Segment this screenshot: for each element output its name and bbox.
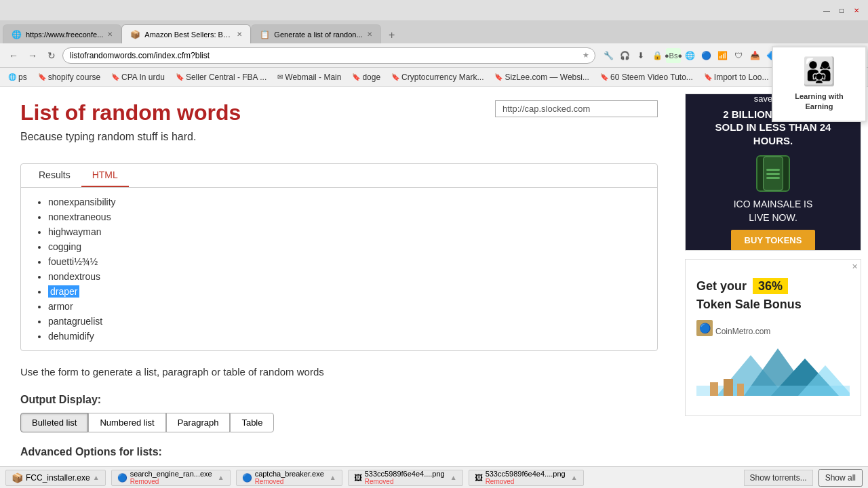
- tab-html[interactable]: HTML: [81, 164, 129, 187]
- ad-brand: CoinMetro.com: [715, 327, 770, 336]
- nav-icon-1[interactable]: 🎧: [617, 48, 632, 63]
- ad-phone-graphic: [756, 155, 790, 192]
- bookmark-import-label: Import to Loo...: [714, 73, 769, 82]
- word-text: dehumidify: [48, 331, 94, 342]
- word-text: armor: [48, 301, 73, 312]
- word-text: cogging: [48, 241, 81, 252]
- show-torrents-button[interactable]: Show torrents...: [744, 470, 813, 486]
- tab-1[interactable]: 🌐 https://www.freeconfe... ✕: [3, 24, 121, 43]
- download-bar: 📦 FCC_installer.exe ▲ 🔵 search_engine_ra…: [0, 466, 868, 488]
- new-tab-button[interactable]: +: [381, 27, 403, 43]
- minimize-button[interactable]: —: [821, 4, 833, 16]
- tabs-header: Results HTML: [21, 164, 657, 188]
- bookmark-steem-label: 60 Steem Video Tuto...: [610, 73, 693, 82]
- download-png2: 🖼 533cc5989f6e4e4....png Removed ▲: [469, 470, 584, 486]
- bookmark-sizlee[interactable]: 🔖 SizLee.com — Websi...: [492, 71, 592, 83]
- bookmark-webmail-label: Webmail - Main: [285, 73, 341, 82]
- nav-icon-5[interactable]: 🌐: [682, 48, 697, 63]
- download-search-name: search_engine_ran...exe: [130, 470, 212, 478]
- tab-content-html: nonexpansibility nonextraneous highwayma…: [21, 188, 657, 350]
- bookmark-webmail[interactable]: ✉ Webmail - Main: [275, 71, 344, 83]
- tab-3[interactable]: 📋 Generate a list of randon... ✕: [251, 24, 380, 43]
- download-png1-icon: 🖼: [354, 473, 362, 483]
- nav-icon-6[interactable]: 🔵: [698, 48, 713, 63]
- back-button[interactable]: ←: [5, 47, 22, 64]
- tab-2-close[interactable]: ✕: [237, 30, 242, 38]
- bookmark-shopify[interactable]: 🔖 shopify course: [35, 71, 103, 83]
- word-text: nonexpansibility: [48, 197, 116, 207]
- bookmark-steem[interactable]: 🔖 60 Steem Video Tuto...: [597, 71, 696, 83]
- bookmark-doge-icon: 🔖: [352, 73, 360, 81]
- output-btn-numbered[interactable]: Numbered list: [88, 413, 165, 432]
- bookmark-cpa[interactable]: 🔖 CPA In urdu: [108, 71, 167, 83]
- download-png1-close[interactable]: ▲: [450, 474, 457, 481]
- bookmark-seller-label: Seller Central - FBA ...: [186, 73, 267, 82]
- nav-icon-3[interactable]: 🔒: [650, 48, 665, 63]
- bookmark-crypto-label: Cryptocurrency Mark...: [401, 73, 484, 82]
- word-text: nondextrous: [48, 271, 100, 282]
- learning-widget: 👨‍👩‍👧 Learning with Earning: [772, 46, 867, 122]
- forward-button[interactable]: →: [24, 47, 41, 64]
- bookmark-ps[interactable]: 🌐 ps: [5, 71, 30, 83]
- download-captcha-close[interactable]: ▲: [330, 474, 336, 481]
- download-png2-close[interactable]: ▲: [571, 474, 578, 481]
- main-content: List of random words Because typing rand…: [0, 87, 678, 466]
- sidebar: ✕ savedroid 2 BILLION+ TOKENS SOLD IN LE…: [678, 87, 868, 466]
- close-button[interactable]: ✕: [850, 4, 863, 16]
- nav-icon-7[interactable]: 📶: [715, 48, 730, 63]
- list-item: nonexpansibility: [48, 195, 644, 209]
- address-input[interactable]: [70, 51, 576, 60]
- download-captcha: 🔵 captcha_breaker.exe Removed ▲: [236, 470, 342, 486]
- nav-icon-9[interactable]: 📥: [747, 48, 762, 63]
- svg-rect-5: [710, 382, 718, 396]
- word-text: nonextraneous: [48, 211, 111, 222]
- tab-3-close[interactable]: ✕: [367, 30, 372, 38]
- nav-icon-2[interactable]: ⬇: [633, 48, 648, 63]
- ad-savedroid-cta[interactable]: BUY TOKENS: [731, 230, 816, 251]
- bookmark-webmail-icon: ✉: [277, 73, 283, 81]
- list-item: dehumidify: [48, 329, 644, 344]
- output-display-label: Output Display:: [20, 394, 658, 406]
- maximize-button[interactable]: □: [835, 4, 848, 16]
- nav-icon-4[interactable]: ●Bs●: [666, 48, 681, 63]
- bookmark-seller[interactable]: 🔖 Seller Central - FBA ...: [173, 71, 269, 83]
- word-text: pantagruelist: [48, 316, 102, 327]
- page-subtitle: Because typing random stuff is hard.: [20, 131, 241, 143]
- download-fcc-name: FCC_installer.exe: [26, 473, 90, 483]
- bookmark-import[interactable]: 🔖 Import to Loo...: [701, 71, 772, 83]
- bookmark-sizlee-icon: 🔖: [494, 73, 502, 81]
- nav-icon-8[interactable]: 🛡: [731, 48, 746, 63]
- tab-bar: 🌐 https://www.freeconfe... ✕ 📦 Amazon Be…: [0, 20, 868, 43]
- tab-results[interactable]: Results: [28, 164, 81, 187]
- address-bar[interactable]: ★: [62, 47, 595, 64]
- download-png2-status: Removed: [486, 478, 566, 485]
- word-text: draper: [48, 285, 79, 298]
- tab-2[interactable]: 📦 Amazon Best Sellers: Be... ✕: [121, 24, 251, 43]
- extensions-icon[interactable]: 🔧: [601, 48, 616, 63]
- download-captcha-icon: 🔵: [242, 473, 252, 483]
- word-list: nonexpansibility nonextraneous highwayma…: [35, 195, 644, 344]
- output-btn-table[interactable]: Table: [230, 413, 274, 432]
- show-all-button[interactable]: Show all: [818, 469, 863, 487]
- tab-1-close[interactable]: ✕: [107, 30, 113, 38]
- ad-close-2[interactable]: ✕: [852, 262, 858, 271]
- ad-coinmetro: ✕ Get your 36% Token Sale Bonus 🔵 CoinMe…: [685, 259, 861, 416]
- download-captcha-name: captcha_breaker.exe: [255, 470, 324, 478]
- bookmark-doge[interactable]: 🔖 doge: [349, 71, 383, 83]
- reload-button[interactable]: ↻: [43, 47, 60, 64]
- output-btn-bulleted[interactable]: Bulleted list: [20, 413, 88, 432]
- download-captcha-status: Removed: [255, 478, 324, 485]
- bookmark-crypto[interactable]: 🔖 Cryptocurrency Mark...: [389, 71, 486, 83]
- tab-1-label: https://www.freeconfe...: [26, 30, 103, 39]
- ad-url-input[interactable]: [495, 100, 658, 117]
- ad-savedroid-line3: ICO MAINSALE IS: [734, 199, 813, 209]
- download-search-close[interactable]: ▲: [218, 474, 224, 481]
- output-btn-paragraph[interactable]: Paragraph: [166, 413, 231, 432]
- bookmark-cpa-label: CPA In urdu: [121, 73, 165, 82]
- list-item: armor: [48, 299, 644, 314]
- download-fcc-arrow[interactable]: ▲: [93, 474, 100, 481]
- star-icon[interactable]: ★: [583, 51, 589, 60]
- download-png2-icon: 🖼: [475, 473, 483, 483]
- bookmarks-bar: 🌐 ps 🔖 shopify course 🔖 CPA In urdu 🔖 Se…: [0, 68, 868, 87]
- bookmark-ps-icon: 🌐: [8, 73, 16, 81]
